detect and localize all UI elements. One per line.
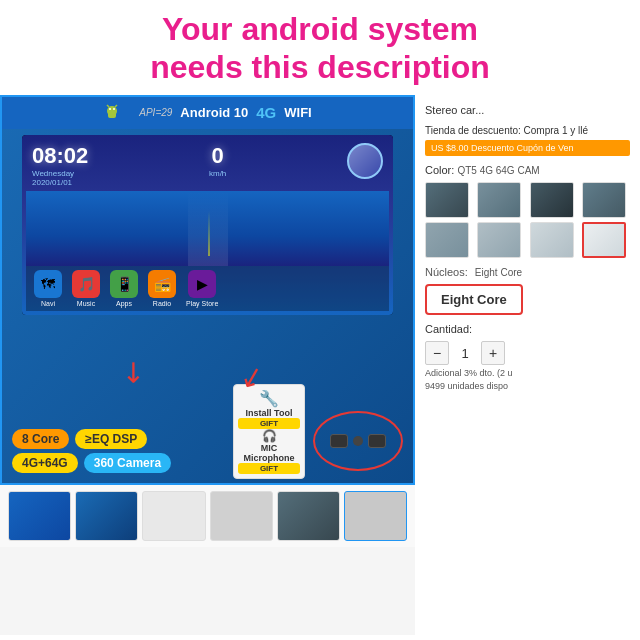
- quantity-value: 1: [455, 346, 475, 361]
- eight-core-button[interactable]: Eight Core: [425, 284, 523, 315]
- api-text: API=29: [139, 107, 172, 118]
- mic-label: MIC Microphone: [238, 443, 300, 463]
- arrow-left-icon: ↘: [114, 351, 154, 391]
- connectivity-label: 4G: [256, 104, 276, 121]
- android-icon: [103, 103, 131, 123]
- svg-line-5: [115, 105, 117, 107]
- cameras-circle: [313, 411, 403, 471]
- quantity-minus-button[interactable]: −: [425, 341, 449, 365]
- thumbnail-5[interactable]: [277, 491, 340, 541]
- color-label: Color: QT5 4G 64G CAM: [425, 164, 630, 176]
- thumbnail-3[interactable]: [142, 491, 205, 541]
- color-swatch-5[interactable]: [425, 222, 469, 258]
- nucleos-section: Núcleos: Eight Core Eight Core: [425, 266, 630, 315]
- color-swatch-2[interactable]: [477, 182, 521, 218]
- discount-section: Tienda de descuento: Compra 1 y llé US $…: [425, 125, 630, 156]
- header-title-line1: Your android system: [162, 11, 478, 47]
- camera-3: [368, 434, 386, 448]
- tools-gift-box: 🔧 Install Tool GIFT 🎧 MIC Microphone GIF…: [233, 384, 305, 479]
- nucleos-label: Núcleos: Eight Core: [425, 266, 630, 278]
- color-section: Color: QT5 4G 64G CAM: [425, 164, 630, 258]
- camera-2: [353, 436, 363, 446]
- discount-badge[interactable]: US $8.00 Descuento Cupón de Ven: [425, 140, 630, 156]
- dsp-badge: ≥EQ DSP: [75, 429, 147, 449]
- product-title: Stereo car...: [425, 103, 630, 117]
- color-swatch-1[interactable]: [425, 182, 469, 218]
- storage-badge: 4G+64G: [12, 453, 78, 473]
- screen-speed-unit: km/h: [209, 169, 226, 178]
- tool-gift: GIFT: [238, 418, 300, 429]
- color-swatch-4[interactable]: [582, 182, 626, 218]
- quantity-plus-button[interactable]: +: [481, 341, 505, 365]
- thumbnail-2[interactable]: [75, 491, 138, 541]
- main-content: API=29 Android 10 4G WIFI 08:02 Wednesda…: [0, 95, 640, 635]
- feature-badges: 8 Core ≥EQ DSP 4G+64G 360 Camera: [12, 429, 171, 473]
- cores-badge: 8 Core: [12, 429, 69, 449]
- color-swatch-6[interactable]: [477, 222, 521, 258]
- color-swatch-3[interactable]: [530, 182, 574, 218]
- cantidad-section: Cantidad: − 1 + Adicional 3% dto. (2 u 9…: [425, 323, 630, 391]
- cantidad-label: Cantidad:: [425, 323, 630, 335]
- mic-gift: GIFT: [238, 463, 300, 474]
- android-header: API=29 Android 10 4G WIFI: [2, 97, 413, 129]
- screen-speed: 0: [209, 143, 226, 169]
- header-title: Your android system needs this descripti…: [20, 10, 620, 87]
- color-grid: [425, 182, 630, 258]
- screen-date: 2020/01/01: [32, 178, 88, 187]
- svg-point-2: [109, 108, 111, 110]
- thumbnail-strip: [0, 485, 415, 547]
- screen-day: Wednesday: [32, 169, 88, 178]
- car-screen: 08:02 Wednesday 2020/01/01 0 km/h: [22, 135, 393, 315]
- thumbnail-4[interactable]: [210, 491, 273, 541]
- right-panel: Stereo car... Tienda de descuento: Compr…: [415, 95, 640, 635]
- svg-line-4: [107, 105, 109, 107]
- product-image: API=29 Android 10 4G WIFI 08:02 Wednesda…: [0, 95, 415, 485]
- thumbnail-1[interactable]: [8, 491, 71, 541]
- color-swatch-7[interactable]: [530, 222, 574, 258]
- cameras-area: [313, 411, 403, 471]
- color-swatch-8[interactable]: [582, 222, 626, 258]
- left-panel: API=29 Android 10 4G WIFI 08:02 Wednesda…: [0, 95, 415, 635]
- thumbnail-6[interactable]: [344, 491, 407, 541]
- stock-text: 9499 unidades dispo: [425, 381, 630, 391]
- quantity-row: − 1 +: [425, 341, 630, 365]
- tool-label: Install Tool: [238, 408, 300, 418]
- header-title-line2: needs this description: [150, 49, 490, 85]
- camera-1: [330, 434, 348, 448]
- discount-label: Tienda de descuento: Compra 1 y llé: [425, 125, 630, 136]
- svg-rect-1: [108, 111, 116, 118]
- svg-point-3: [113, 108, 115, 110]
- adicional-text: Adicional 3% dto. (2 u: [425, 368, 630, 378]
- screen-time: 08:02: [32, 143, 88, 169]
- android-version: Android 10: [180, 105, 248, 120]
- header-banner: Your android system needs this descripti…: [0, 0, 640, 95]
- wifi-label: WIFI: [284, 105, 311, 120]
- camera-badge: 360 Camera: [84, 453, 171, 473]
